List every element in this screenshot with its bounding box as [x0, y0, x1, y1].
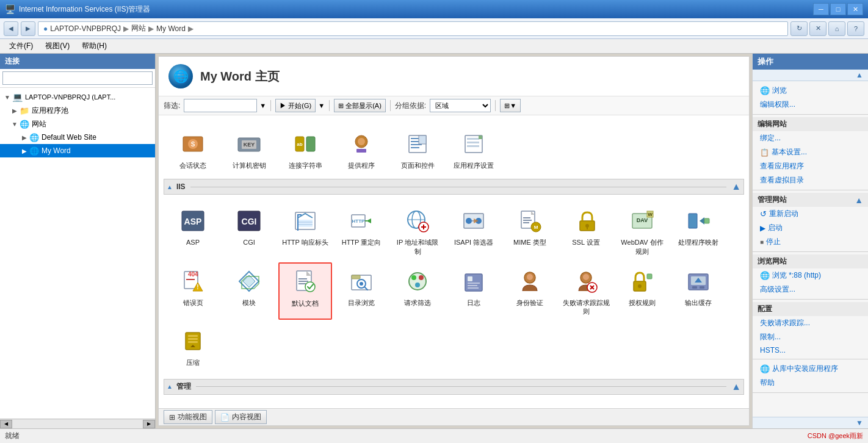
pages-controls-svg	[405, 132, 430, 156]
icon-auth-rules[interactable]: 授权规则	[615, 262, 669, 320]
ops-scroll-down[interactable]: ▼	[851, 417, 868, 428]
icon-http-headers[interactable]: HTTP 响应标头	[278, 202, 332, 260]
home-button[interactable]: ⌂	[828, 21, 845, 36]
start-button[interactable]: ▶ 开始(G)	[275, 99, 316, 112]
menu-file[interactable]: 文件(F)	[4, 39, 38, 53]
back-button[interactable]: ◀	[4, 21, 18, 36]
bottom-tabs: ⊞ 功能视图 📄 内容视图	[159, 408, 749, 425]
ops-bind[interactable]: 绑定...	[753, 131, 868, 145]
tree-item-apppools[interactable]: ▶ 📁 应用程序池	[0, 104, 155, 117]
icon-pages-controls[interactable]: 页面和控件	[391, 125, 444, 174]
ops-view-vdirs[interactable]: 查看虚拟目录	[753, 173, 868, 187]
icon-ip-domain[interactable]: IP 地址和域限制	[391, 202, 444, 260]
svg-rect-76	[298, 283, 306, 284]
icon-asp[interactable]: ASP ASP	[166, 202, 220, 260]
request-filter-svg	[405, 269, 430, 294]
mgmt-collapse-arrow[interactable]: ▲	[731, 381, 741, 392]
icon-auth[interactable]: 身份验证	[503, 262, 557, 320]
icon-dir-browse[interactable]: 目录浏览	[335, 262, 388, 320]
globe-address-icon: ●	[43, 24, 48, 33]
filter-input[interactable]	[184, 99, 257, 112]
ops-restart[interactable]: ↺ 重新启动	[753, 207, 868, 221]
app-settings-svg	[461, 132, 486, 156]
menu-view[interactable]: 视图(V)	[40, 39, 75, 53]
iis-collapse-arrow[interactable]: ▲	[731, 181, 741, 192]
modules-label: 模块	[242, 298, 256, 307]
tree-item-sites[interactable]: ▼ 🌐 网站	[0, 117, 155, 131]
ops-advanced-settings[interactable]: 高级设置...	[753, 283, 868, 297]
maximize-button[interactable]: □	[830, 3, 846, 15]
icon-handler-mappings[interactable]: 处理程序映射	[671, 202, 725, 260]
menu-help[interactable]: 帮助(H)	[76, 39, 112, 53]
tab-content-view[interactable]: 📄 内容视图	[215, 410, 267, 424]
icon-machine-key[interactable]: KEY 计算机密钥	[222, 125, 276, 174]
minimize-button[interactable]: ─	[813, 3, 829, 15]
groupby-select[interactable]: 区域	[430, 99, 491, 112]
forward-button[interactable]: ▶	[21, 21, 35, 36]
webdav-svg: DAV W	[630, 209, 654, 233]
scroll-left[interactable]: ◀	[0, 420, 12, 428]
tree-item-server[interactable]: ▼ 💻 LAPTOP-VNPBPRQJ (LAPT...	[0, 90, 155, 104]
icon-webdav[interactable]: DAV W WebDAV 创作规则	[615, 202, 669, 260]
refresh-button[interactable]: ↻	[790, 21, 808, 36]
sidebar-header: 连接	[0, 54, 155, 69]
ops-stop[interactable]: ■ 停止	[753, 235, 868, 249]
ops-help-link[interactable]: 帮助	[753, 376, 868, 390]
view-button[interactable]: ⊞▼	[500, 99, 521, 112]
apppools-icon: 📁	[20, 106, 29, 115]
tab-feature-view[interactable]: ⊞ 功能视图	[164, 410, 212, 424]
svg-rect-62	[704, 218, 709, 223]
separator-2	[329, 100, 330, 111]
icon-output-cache[interactable]: 输出缓存	[671, 262, 725, 320]
scroll-right[interactable]: ▶	[143, 420, 155, 428]
icon-request-filter[interactable]: 请求筛选	[391, 262, 444, 320]
showall-button[interactable]: ⊞ 全部显示(A)	[334, 99, 386, 112]
icon-app-settings[interactable]: 应用程序设置	[447, 125, 501, 174]
icon-compress[interactable]: 压缩	[166, 322, 220, 371]
ops-view-apps[interactable]: 查看应用程序	[753, 159, 868, 173]
svg-rect-60	[689, 214, 697, 228]
icon-conn-string[interactable]: ab 连接字符串	[278, 125, 332, 174]
icon-http-redirect[interactable]: HTTP HTTP 重定向	[335, 202, 388, 260]
tree-item-myword[interactable]: ▶ 🌐 My Word	[0, 144, 155, 157]
ops-scroll-up[interactable]: ▲	[851, 70, 868, 81]
icon-modules[interactable]: 模块	[222, 262, 276, 320]
icon-session-state[interactable]: S 会话状态	[166, 125, 220, 174]
ops-basic-settings[interactable]: 📋 基本设置...	[753, 145, 868, 159]
webdav-label: WebDAV 创作规则	[618, 238, 666, 256]
filter-label: 筛选:	[164, 101, 180, 111]
failed-req-label: 失败请求跟踪规则	[562, 298, 610, 316]
icon-cgi[interactable]: CGI CGI	[222, 202, 276, 260]
close-button[interactable]: ✕	[847, 3, 863, 15]
ops-browse-http[interactable]: 🌐 浏览 *:88 (http)	[753, 268, 868, 283]
help-button[interactable]: ?	[847, 21, 864, 36]
ops-failed-req-trace[interactable]: 失败请求跟踪...	[753, 316, 868, 330]
icon-default-doc[interactable]: 默认文档	[278, 262, 332, 320]
stop-button[interactable]: ✕	[809, 21, 826, 36]
sidebar-scrollbar[interactable]: ◀ ▶	[0, 419, 155, 428]
search-input[interactable]	[2, 71, 153, 85]
ops-start[interactable]: ▶ 启动	[753, 221, 868, 235]
icon-logging[interactable]: 日志	[447, 262, 501, 320]
svg-rect-17	[419, 135, 426, 144]
ops-section-config: 配置 失败请求跟踪... 限制... HSTS...	[753, 300, 868, 359]
ops-edit-perms[interactable]: 编辑权限...	[753, 98, 868, 112]
icon-providers[interactable]: 提供程序	[335, 125, 388, 174]
mgmt-section-header[interactable]: ▲ 管理 ▲	[164, 379, 744, 395]
icon-error-pages[interactable]: 404 ! 错误页	[166, 262, 220, 320]
iis-section-header[interactable]: ▲ IIS ▲	[164, 179, 744, 195]
myword-label: My Word	[42, 146, 71, 155]
icon-mime[interactable]: M MIME 类型	[503, 202, 557, 260]
ops-limits[interactable]: 限制...	[753, 330, 868, 344]
icon-failed-req[interactable]: 失败请求跟踪规则	[559, 262, 613, 320]
ops-hsts[interactable]: HSTS...	[753, 344, 868, 356]
svg-rect-8	[306, 137, 315, 151]
ops-browse[interactable]: 🌐 浏览	[753, 84, 868, 98]
icon-ssl[interactable]: SSL 设置	[559, 202, 613, 260]
svg-text:ASP: ASP	[184, 217, 202, 226]
manage-collapse[interactable]: ▲	[855, 195, 863, 205]
ops-install-gallery[interactable]: 🌐 从库中安装应用程序	[753, 362, 868, 376]
icon-isapi[interactable]: ISAPI 筛选器	[447, 202, 501, 260]
svg-rect-89	[468, 283, 480, 284]
tree-item-default-site[interactable]: ▶ 🌐 Default Web Site	[0, 131, 155, 144]
